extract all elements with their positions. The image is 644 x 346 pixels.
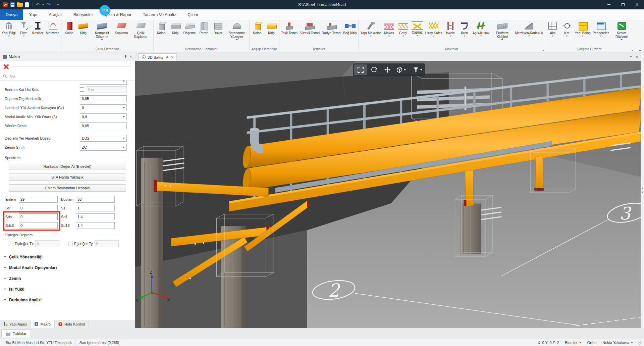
makas-button[interactable]: Makas: [382, 20, 396, 37]
dialog-launcher-icon[interactable]: [542, 49, 544, 51]
new-file-icon[interactable]: [25, 2, 29, 7]
perde-button[interactable]: Perde: [197, 20, 211, 35]
tab-yapi-agaci[interactable]: Yapı Ağacı: [0, 320, 31, 328]
ortho-toggle[interactable]: Ortho: [587, 341, 597, 345]
minimize-button[interactable]: [602, 0, 616, 9]
filtre-button[interactable]: Filtre: [17, 20, 31, 37]
sta-harita-button[interactable]: STA Harita Yaklaşık: [9, 174, 126, 181]
aks-button[interactable]: Aks: [546, 20, 560, 37]
haritadan-deger-al-button[interactable]: Haritadan Değer Al (E devlet): [9, 163, 126, 170]
filter-view-button[interactable]: [411, 64, 424, 75]
modal-select[interactable]: 0,9: [80, 113, 127, 120]
malzeme-button[interactable]: Malzeme: [45, 20, 61, 35]
sd13-input[interactable]: [76, 222, 115, 229]
celik-kolon-button[interactable]: Kolon: [62, 20, 76, 35]
platform-kirisleri-button[interactable]: Platform Kirişleri: [490, 20, 514, 40]
bodrum-input[interactable]: [88, 88, 125, 92]
tekil-temel-button[interactable]: Tekil Temel: [280, 20, 299, 35]
betonarme-yuzeyler-button[interactable]: Betonarme Yüzeyler: [225, 20, 249, 40]
betonarme-kolon-button[interactable]: Kolon: [154, 20, 168, 35]
view-cube-button[interactable]: [394, 64, 407, 75]
radye-temel-button[interactable]: Radye Temel: [321, 20, 342, 35]
snap-dropdown[interactable]: Nokta Yakalama: [602, 341, 633, 345]
yapi-makrolar-button[interactable]: Yapı Makrolar: [359, 20, 382, 37]
close-icon[interactable]: [129, 54, 132, 59]
bag-kiris-button[interactable]: Bağ Kiriş: [342, 20, 358, 35]
esdeger-tx-checkbox[interactable]: [9, 242, 13, 246]
kesim-duzlemi-button[interactable]: Kesim Düzlemi: [610, 20, 633, 40]
yeni-bakis-button[interactable]: Yeni Bakış: [574, 20, 592, 37]
celik-kiris-button[interactable]: Kiriş: [76, 20, 90, 35]
enlem-input[interactable]: [19, 196, 58, 203]
viewport-tab-3d[interactable]: 3D Bakış: [139, 53, 177, 61]
boylam-input[interactable]: [76, 196, 115, 203]
search-input[interactable]: [9, 74, 132, 78]
units-dropdown[interactable]: Birimler: [565, 341, 581, 345]
orbit-button[interactable]: [368, 64, 380, 75]
tab-araclar[interactable]: Araçlar: [43, 9, 68, 20]
duvar-button[interactable]: Duvar: [211, 20, 225, 35]
tab-hata-kontrol[interactable]: Hata Kontrol: [55, 320, 89, 328]
tab-yapi[interactable]: Yapı: [23, 9, 43, 20]
section-modal-analiz[interactable]: Modal Analiz Opsiyonları: [0, 262, 135, 273]
ahsap-kolon-button[interactable]: Kolon: [250, 20, 264, 35]
esdeger-ty-checkbox[interactable]: [68, 242, 72, 246]
doseme-button[interactable]: Döşeme: [182, 20, 197, 35]
undo-icon[interactable]: [36, 2, 40, 8]
asik-kusak-button[interactable]: Aşık-Kuşak: [472, 20, 491, 37]
section-zemin[interactable]: Zemin: [0, 273, 135, 284]
esdeger-ty-input[interactable]: [95, 240, 119, 247]
sds3-input[interactable]: [19, 222, 58, 229]
pin-icon[interactable]: [124, 55, 127, 59]
kesitler-button[interactable]: Kesitler: [31, 20, 45, 35]
hareketli-select[interactable]: 0: [80, 104, 127, 111]
kaplama-button[interactable]: Kaplama: [114, 20, 129, 35]
yapi-bilgi-button[interactable]: Yapı Bilgi: [1, 20, 17, 37]
tab-tasarim-analiz[interactable]: Tasarım Ve Analiz: [137, 9, 182, 20]
dialog-launcher-icon[interactable]: [632, 49, 633, 51]
close-icon[interactable]: [171, 55, 174, 59]
fit-screen-button[interactable]: [354, 64, 367, 75]
surekli-temel-button[interactable]: Sürekli Temel: [299, 20, 321, 35]
clipped-dropdown[interactable]: [80, 81, 127, 85]
bodrum-checkbox[interactable]: [80, 87, 84, 92]
tab-cizim[interactable]: Çizim: [182, 9, 204, 20]
esdeger-tx-input[interactable]: [35, 240, 59, 247]
cancel-macro-icon[interactable]: [3, 64, 9, 69]
kat-button[interactable]: Kat: [560, 20, 574, 37]
uzay-kafes-button[interactable]: Uzay Kafes: [424, 20, 443, 37]
pin-icon[interactable]: [165, 55, 169, 59]
merdiven-korkuluk-button[interactable]: Merdiven-Korkuluk: [514, 20, 544, 37]
ahsap-kiris-button[interactable]: Kiriş: [264, 20, 278, 35]
sds-input[interactable]: [19, 213, 58, 220]
ss-input[interactable]: [19, 205, 58, 211]
open-folder-icon[interactable]: [17, 3, 23, 7]
deprem-yer-select[interactable]: DD2: [80, 135, 127, 142]
s1-input[interactable]: [76, 205, 115, 211]
sonum-input[interactable]: [82, 124, 125, 128]
section-isi-yuku[interactable]: Isı Yükü: [0, 284, 135, 295]
close-icon[interactable]: [635, 55, 638, 59]
maximize-button[interactable]: [616, 0, 630, 9]
customize-toolbar-icon[interactable]: [57, 4, 59, 5]
tab-makro[interactable]: Makro: [31, 320, 55, 328]
undo-dropdown-icon[interactable]: [42, 4, 44, 5]
tab-birlesimler[interactable]: Birleşimler: [68, 9, 99, 20]
section-burkulma-analizi[interactable]: Burkulma Analizi: [0, 295, 135, 305]
kren-button[interactable]: Kren: [458, 20, 472, 37]
chevron-down-icon[interactable]: [630, 56, 632, 57]
zemin-select[interactable]: ZC: [80, 144, 127, 151]
betonarme-kiris-button[interactable]: Kiriş: [168, 20, 182, 35]
tab-tablolar[interactable]: Tablolar: [1, 329, 31, 338]
pencereler-button[interactable]: Pencereler: [592, 20, 610, 37]
save-icon[interactable]: [10, 2, 15, 7]
capraz-button[interactable]: Çapraz: [410, 20, 424, 36]
kompozit-doseme-button[interactable]: Kompozit Döşeme: [90, 20, 114, 40]
celik-kaplama-button[interactable]: Çelik Kaplama: [129, 20, 153, 39]
gergi-button[interactable]: Gergi: [396, 20, 410, 37]
close-button[interactable]: [630, 0, 644, 9]
enlem-boylamdan-button[interactable]: Enlem Boylamdan Hesapla: [9, 184, 126, 192]
pan-button[interactable]: [381, 64, 394, 75]
collapse-ribbon-icon[interactable]: [639, 50, 641, 51]
sd1-input[interactable]: [76, 213, 115, 220]
